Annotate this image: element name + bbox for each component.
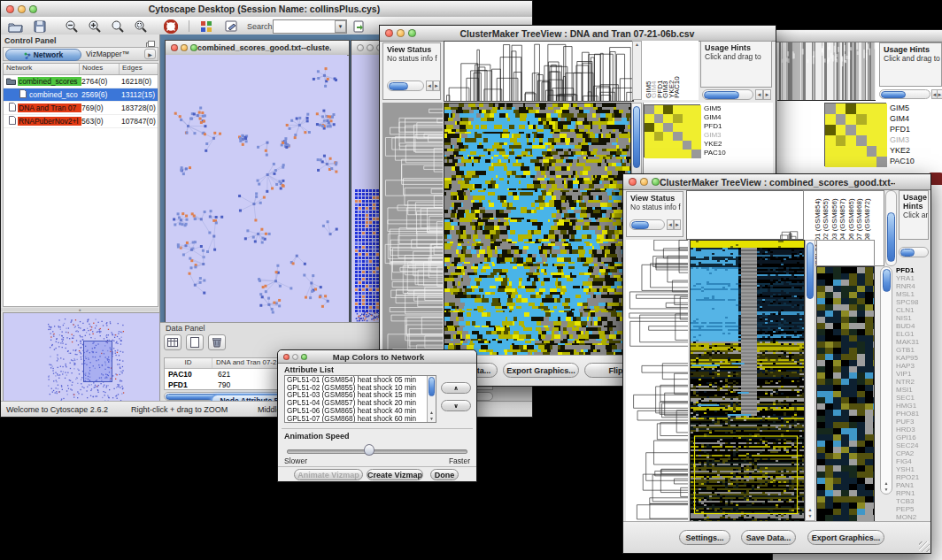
gene-label[interactable]: VIP1 [896,370,930,378]
gene-label[interactable]: MSL1 [896,290,930,298]
panel-divider-handle[interactable]: ● [1,308,158,311]
minimize-button[interactable] [18,5,26,13]
gene-label[interactable]: YRA1 [896,274,930,282]
settings-button[interactable]: Settings... [679,530,730,545]
gene-label[interactable]: SEC24 [896,441,930,449]
close-button[interactable] [629,178,637,186]
label-vscrollbar[interactable] [885,190,897,266]
hints-hscrollbar[interactable] [899,247,929,257]
vizmapper-icon[interactable] [197,19,215,34]
column-scrollbar[interactable]: ▲ [632,41,642,100]
list-vscrollbar[interactable]: ▲ ▼ [427,376,436,422]
gene-label[interactable]: ELG1 [896,330,930,338]
move-up-button[interactable]: ∧ [441,382,471,394]
partial-titlebar[interactable] [773,30,942,42]
zoom-button[interactable] [29,5,37,13]
column-dendrogram[interactable] [444,41,634,102]
row-dendrogram[interactable] [382,103,443,355]
done-button[interactable]: Done [430,469,459,480]
minimize-button[interactable] [640,178,648,186]
gene-label[interactable]: RPN1 [896,489,930,497]
open-folder-icon[interactable] [6,19,24,34]
gene-label[interactable]: SEC1 [896,394,930,402]
resize-grip[interactable] [919,541,930,552]
zoom-out-icon[interactable] [63,19,81,34]
network-tree-row[interactable]: RNAPuberNov2+l563(0)107847(0) [4,115,158,128]
tab-network[interactable]: Network [5,49,81,61]
gene-label[interactable]: PEP5 [896,505,930,513]
gene-label[interactable]: HAP3 [896,362,930,370]
hints-hscrollbar[interactable] [702,89,753,100]
attribute-list-item[interactable]: GPL51-07 (GSM868) heat shock 60 min [287,416,426,423]
attribute-table-icon[interactable] [164,334,181,350]
scroll-right-arrow[interactable]: ► [937,89,942,99]
attribute-list[interactable]: GPL51-01 (GSM854) heat shock 05 minGPL51… [284,375,436,423]
main-window-controls[interactable] [1,5,37,13]
column-header-nodes[interactable]: Nodes [80,64,120,74]
correlation-matrix[interactable] [644,104,700,157]
column-header-edges[interactable]: Edges [120,64,158,74]
zoom-fit-icon[interactable] [109,19,127,34]
minimize-button[interactable] [292,354,298,360]
gene-label[interactable]: HRD3 [896,426,930,433]
network-tree-row[interactable]: DNA and Tran 07769(0)183728(0) [4,102,158,115]
save-data-button[interactable]: Save Data... [741,530,796,545]
gene-label[interactable]: PAN1 [896,481,930,489]
scroll-right-arrow[interactable]: ► [433,81,440,91]
gene-label[interactable]: TCB3 [896,497,930,505]
zoom-button[interactable] [652,178,660,186]
heatmap-vscrollbar[interactable]: ▲ ▼ [805,240,815,521]
new-attribute-icon[interactable] [186,334,204,350]
export-graphics-button[interactable]: Export Graphics... [503,363,579,378]
gene-label[interactable]: BUD4 [896,322,930,330]
gene-label[interactable]: GPI16 [896,433,930,441]
zoom-button[interactable] [301,354,307,360]
birdseye-view[interactable] [3,312,160,408]
zoom-heatmap[interactable] [816,266,875,523]
minimize-button[interactable] [181,44,188,51]
gene-label[interactable]: MAK31 [896,338,930,346]
status-hscrollbar[interactable] [629,219,665,230]
main-titlebar[interactable]: Cytoscape Desktop (Session Name: collins… [1,1,532,18]
gene-label[interactable]: MSI1 [896,386,930,394]
gene-label[interactable]: PHO81 [896,410,930,418]
zoom-in-icon[interactable] [86,19,104,34]
scroll-right-arrow[interactable]: ► [674,219,681,230]
gene-label[interactable]: RNR4 [896,282,930,290]
scroll-left-arrow[interactable]: ◄ [755,89,763,100]
gene-label[interactable]: RPO21 [896,473,930,481]
gene-label[interactable]: PFD1 [896,266,930,274]
gene-label[interactable]: PUF3 [896,418,930,426]
network-tree-row[interactable]: combined_sco2569(6)13112(15) [4,88,158,102]
zoom-button[interactable] [408,29,416,37]
gene-label[interactable]: NIS1 [896,314,930,322]
animate-vizmap-button[interactable]: Animate Vizmap [294,469,363,480]
minimize-button[interactable] [397,29,405,37]
global-heatmap[interactable] [444,103,631,357]
column-header-network[interactable]: Network [4,64,80,74]
status-hscrollbar[interactable] [387,81,424,91]
annotation-icon[interactable] [222,19,240,34]
network-graph-canvas[interactable] [166,55,347,322]
import-icon[interactable] [350,19,367,34]
global-heatmap[interactable] [690,240,805,523]
gene-label-list[interactable]: PFD1YRA1RNR4MSL1SPC98CLN1NIS1BUD4ELG1MAK… [896,266,930,521]
close-button[interactable] [283,354,290,360]
save-icon[interactable] [31,19,49,34]
gene-label[interactable]: KAP95 [896,354,930,362]
gene-label[interactable]: CPA2 [896,449,930,457]
network-tree-row[interactable]: combined_scores2764(0)16218(0) [4,75,158,88]
move-down-button[interactable]: ∨ [441,400,471,411]
gene-label[interactable]: YSH1 [896,465,930,473]
help-ring-icon[interactable] [162,19,180,34]
scroll-left-arrow[interactable]: ◄ [426,81,433,91]
partial-hscrollbar[interactable] [879,89,930,99]
dialog-titlebar[interactable]: Map Colors to Network [278,350,476,364]
scroll-left-arrow[interactable]: ◄ [667,219,674,230]
correlation-matrix[interactable] [824,103,886,166]
zoom-button[interactable] [190,44,197,51]
tab-overflow-button[interactable]: ▶ [144,49,156,59]
delete-attribute-icon[interactable] [208,334,226,350]
speed-slider[interactable] [287,449,467,454]
search-dropdown-arrow[interactable]: ▼ [335,20,346,33]
